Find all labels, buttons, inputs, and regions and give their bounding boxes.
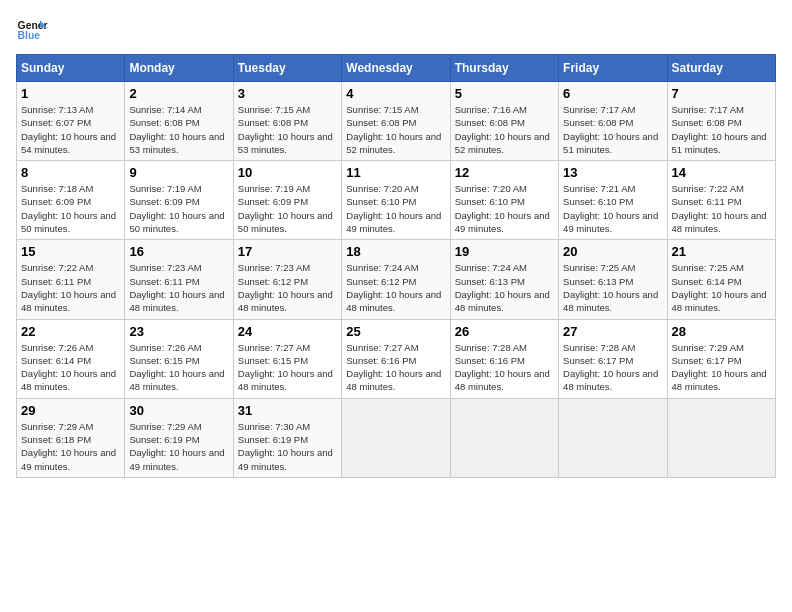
day-number: 25 bbox=[346, 324, 445, 339]
calendar-cell: 6Sunrise: 7:17 AMSunset: 6:08 PMDaylight… bbox=[559, 82, 667, 161]
day-info: Sunrise: 7:13 AMSunset: 6:07 PMDaylight:… bbox=[21, 103, 120, 156]
day-info: Sunrise: 7:20 AMSunset: 6:10 PMDaylight:… bbox=[346, 182, 445, 235]
day-info: Sunrise: 7:29 AMSunset: 6:17 PMDaylight:… bbox=[672, 341, 771, 394]
calendar-cell: 14Sunrise: 7:22 AMSunset: 6:11 PMDayligh… bbox=[667, 161, 775, 240]
logo-icon: General Blue bbox=[16, 16, 48, 44]
day-info: Sunrise: 7:30 AMSunset: 6:19 PMDaylight:… bbox=[238, 420, 337, 473]
weekday-header-wednesday: Wednesday bbox=[342, 55, 450, 82]
day-number: 15 bbox=[21, 244, 120, 259]
calendar-cell: 28Sunrise: 7:29 AMSunset: 6:17 PMDayligh… bbox=[667, 319, 775, 398]
day-info: Sunrise: 7:26 AMSunset: 6:14 PMDaylight:… bbox=[21, 341, 120, 394]
calendar-cell: 27Sunrise: 7:28 AMSunset: 6:17 PMDayligh… bbox=[559, 319, 667, 398]
weekday-header-thursday: Thursday bbox=[450, 55, 558, 82]
calendar-cell bbox=[342, 398, 450, 477]
day-info: Sunrise: 7:16 AMSunset: 6:08 PMDaylight:… bbox=[455, 103, 554, 156]
weekday-header-friday: Friday bbox=[559, 55, 667, 82]
calendar-cell: 25Sunrise: 7:27 AMSunset: 6:16 PMDayligh… bbox=[342, 319, 450, 398]
calendar-cell: 31Sunrise: 7:30 AMSunset: 6:19 PMDayligh… bbox=[233, 398, 341, 477]
weekday-header-saturday: Saturday bbox=[667, 55, 775, 82]
calendar-cell: 29Sunrise: 7:29 AMSunset: 6:18 PMDayligh… bbox=[17, 398, 125, 477]
day-number: 16 bbox=[129, 244, 228, 259]
day-number: 17 bbox=[238, 244, 337, 259]
calendar-body: 1Sunrise: 7:13 AMSunset: 6:07 PMDaylight… bbox=[17, 82, 776, 478]
day-info: Sunrise: 7:29 AMSunset: 6:19 PMDaylight:… bbox=[129, 420, 228, 473]
calendar-week-1: 1Sunrise: 7:13 AMSunset: 6:07 PMDaylight… bbox=[17, 82, 776, 161]
day-info: Sunrise: 7:19 AMSunset: 6:09 PMDaylight:… bbox=[129, 182, 228, 235]
day-number: 31 bbox=[238, 403, 337, 418]
day-number: 1 bbox=[21, 86, 120, 101]
calendar-cell bbox=[667, 398, 775, 477]
calendar-cell: 26Sunrise: 7:28 AMSunset: 6:16 PMDayligh… bbox=[450, 319, 558, 398]
day-number: 5 bbox=[455, 86, 554, 101]
calendar-cell: 24Sunrise: 7:27 AMSunset: 6:15 PMDayligh… bbox=[233, 319, 341, 398]
day-info: Sunrise: 7:14 AMSunset: 6:08 PMDaylight:… bbox=[129, 103, 228, 156]
calendar-week-3: 15Sunrise: 7:22 AMSunset: 6:11 PMDayligh… bbox=[17, 240, 776, 319]
calendar-cell: 17Sunrise: 7:23 AMSunset: 6:12 PMDayligh… bbox=[233, 240, 341, 319]
day-info: Sunrise: 7:28 AMSunset: 6:17 PMDaylight:… bbox=[563, 341, 662, 394]
weekday-header-tuesday: Tuesday bbox=[233, 55, 341, 82]
day-number: 26 bbox=[455, 324, 554, 339]
day-info: Sunrise: 7:15 AMSunset: 6:08 PMDaylight:… bbox=[238, 103, 337, 156]
day-info: Sunrise: 7:26 AMSunset: 6:15 PMDaylight:… bbox=[129, 341, 228, 394]
calendar-cell: 20Sunrise: 7:25 AMSunset: 6:13 PMDayligh… bbox=[559, 240, 667, 319]
day-number: 19 bbox=[455, 244, 554, 259]
calendar-cell: 10Sunrise: 7:19 AMSunset: 6:09 PMDayligh… bbox=[233, 161, 341, 240]
calendar-cell: 16Sunrise: 7:23 AMSunset: 6:11 PMDayligh… bbox=[125, 240, 233, 319]
day-number: 18 bbox=[346, 244, 445, 259]
day-info: Sunrise: 7:19 AMSunset: 6:09 PMDaylight:… bbox=[238, 182, 337, 235]
day-number: 14 bbox=[672, 165, 771, 180]
day-info: Sunrise: 7:21 AMSunset: 6:10 PMDaylight:… bbox=[563, 182, 662, 235]
calendar-table: SundayMondayTuesdayWednesdayThursdayFrid… bbox=[16, 54, 776, 478]
calendar-cell: 2Sunrise: 7:14 AMSunset: 6:08 PMDaylight… bbox=[125, 82, 233, 161]
day-number: 29 bbox=[21, 403, 120, 418]
calendar-cell: 5Sunrise: 7:16 AMSunset: 6:08 PMDaylight… bbox=[450, 82, 558, 161]
calendar-cell: 18Sunrise: 7:24 AMSunset: 6:12 PMDayligh… bbox=[342, 240, 450, 319]
calendar-cell: 8Sunrise: 7:18 AMSunset: 6:09 PMDaylight… bbox=[17, 161, 125, 240]
day-number: 2 bbox=[129, 86, 228, 101]
day-info: Sunrise: 7:23 AMSunset: 6:12 PMDaylight:… bbox=[238, 261, 337, 314]
day-info: Sunrise: 7:25 AMSunset: 6:13 PMDaylight:… bbox=[563, 261, 662, 314]
calendar-cell: 22Sunrise: 7:26 AMSunset: 6:14 PMDayligh… bbox=[17, 319, 125, 398]
calendar-cell: 9Sunrise: 7:19 AMSunset: 6:09 PMDaylight… bbox=[125, 161, 233, 240]
day-info: Sunrise: 7:17 AMSunset: 6:08 PMDaylight:… bbox=[672, 103, 771, 156]
page-header: General Blue bbox=[16, 16, 776, 44]
calendar-week-2: 8Sunrise: 7:18 AMSunset: 6:09 PMDaylight… bbox=[17, 161, 776, 240]
calendar-cell bbox=[559, 398, 667, 477]
calendar-cell: 3Sunrise: 7:15 AMSunset: 6:08 PMDaylight… bbox=[233, 82, 341, 161]
day-number: 7 bbox=[672, 86, 771, 101]
weekday-header-sunday: Sunday bbox=[17, 55, 125, 82]
day-number: 24 bbox=[238, 324, 337, 339]
day-number: 28 bbox=[672, 324, 771, 339]
day-info: Sunrise: 7:18 AMSunset: 6:09 PMDaylight:… bbox=[21, 182, 120, 235]
day-number: 12 bbox=[455, 165, 554, 180]
day-number: 8 bbox=[21, 165, 120, 180]
day-info: Sunrise: 7:24 AMSunset: 6:13 PMDaylight:… bbox=[455, 261, 554, 314]
day-info: Sunrise: 7:24 AMSunset: 6:12 PMDaylight:… bbox=[346, 261, 445, 314]
day-info: Sunrise: 7:15 AMSunset: 6:08 PMDaylight:… bbox=[346, 103, 445, 156]
calendar-cell: 30Sunrise: 7:29 AMSunset: 6:19 PMDayligh… bbox=[125, 398, 233, 477]
svg-text:Blue: Blue bbox=[18, 30, 41, 41]
calendar-cell: 7Sunrise: 7:17 AMSunset: 6:08 PMDaylight… bbox=[667, 82, 775, 161]
day-info: Sunrise: 7:20 AMSunset: 6:10 PMDaylight:… bbox=[455, 182, 554, 235]
day-number: 11 bbox=[346, 165, 445, 180]
calendar-cell: 23Sunrise: 7:26 AMSunset: 6:15 PMDayligh… bbox=[125, 319, 233, 398]
day-info: Sunrise: 7:23 AMSunset: 6:11 PMDaylight:… bbox=[129, 261, 228, 314]
day-number: 4 bbox=[346, 86, 445, 101]
calendar-cell: 11Sunrise: 7:20 AMSunset: 6:10 PMDayligh… bbox=[342, 161, 450, 240]
calendar-cell: 1Sunrise: 7:13 AMSunset: 6:07 PMDaylight… bbox=[17, 82, 125, 161]
day-info: Sunrise: 7:22 AMSunset: 6:11 PMDaylight:… bbox=[672, 182, 771, 235]
day-info: Sunrise: 7:28 AMSunset: 6:16 PMDaylight:… bbox=[455, 341, 554, 394]
day-info: Sunrise: 7:27 AMSunset: 6:16 PMDaylight:… bbox=[346, 341, 445, 394]
day-info: Sunrise: 7:22 AMSunset: 6:11 PMDaylight:… bbox=[21, 261, 120, 314]
calendar-cell: 19Sunrise: 7:24 AMSunset: 6:13 PMDayligh… bbox=[450, 240, 558, 319]
day-info: Sunrise: 7:17 AMSunset: 6:08 PMDaylight:… bbox=[563, 103, 662, 156]
calendar-cell: 12Sunrise: 7:20 AMSunset: 6:10 PMDayligh… bbox=[450, 161, 558, 240]
day-number: 3 bbox=[238, 86, 337, 101]
calendar-cell bbox=[450, 398, 558, 477]
day-info: Sunrise: 7:25 AMSunset: 6:14 PMDaylight:… bbox=[672, 261, 771, 314]
calendar-cell: 4Sunrise: 7:15 AMSunset: 6:08 PMDaylight… bbox=[342, 82, 450, 161]
day-number: 27 bbox=[563, 324, 662, 339]
day-number: 30 bbox=[129, 403, 228, 418]
day-number: 6 bbox=[563, 86, 662, 101]
calendar-cell: 13Sunrise: 7:21 AMSunset: 6:10 PMDayligh… bbox=[559, 161, 667, 240]
